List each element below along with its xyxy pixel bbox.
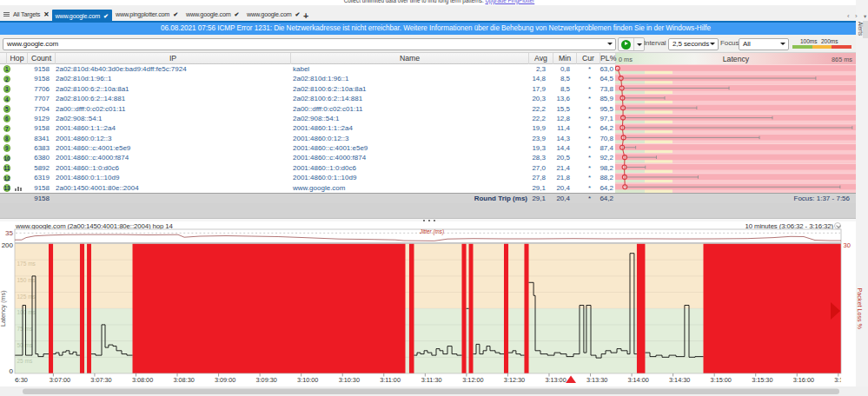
table-row[interactable]: 191582a02:810d:4b40:3d0e:bad9:4dff:fe5c:… <box>0 64 856 74</box>
start-trace-buttons[interactable] <box>618 37 645 51</box>
cell-name[interactable]: 2001:4860:0:1::10d9 <box>293 173 356 182</box>
menu-icon[interactable] <box>3 12 10 17</box>
target-input-value[interactable]: www.google.com <box>7 39 58 50</box>
tab-check-icon[interactable]: ✔ <box>235 9 240 21</box>
pane-splitter[interactable] <box>0 203 856 219</box>
cell-ip[interactable]: 2001:4860::c:4000:f874 <box>56 153 129 162</box>
table-row[interactable]: 1158922001:4860::1:0:d0c62001:4860::1:0:… <box>0 163 856 173</box>
table-row[interactable]: 963832001:4860::c:4001:e5e92001:4860::c:… <box>0 143 856 153</box>
column-header-indicator[interactable] <box>0 53 6 65</box>
y-axis-0: 0 <box>10 367 14 375</box>
tab-www-google-com[interactable]: www.google.com✔ <box>247 9 300 21</box>
play-icon[interactable] <box>621 40 631 50</box>
interval-dropdown-icon[interactable] <box>710 43 715 45</box>
focus-value[interactable]: All <box>743 39 751 50</box>
focus-select[interactable]: All <box>739 38 789 50</box>
cell-pl: 73,8 <box>591 84 613 94</box>
tab-label[interactable]: www.pingplotter.com <box>116 9 169 21</box>
cell-count: 9158 <box>24 74 50 83</box>
column-header-ip[interactable]: IP <box>55 53 290 65</box>
cell-ip[interactable]: 2a02:8100:6:2::14:881 <box>56 94 125 103</box>
cell-cur: * <box>568 123 591 133</box>
cell-name[interactable]: 2001:4860::c:4000:f874 <box>293 153 366 162</box>
new-tab-button[interactable]: + <box>303 10 308 22</box>
cell-name[interactable]: 2a02:810d:1:96::1 <box>293 74 349 83</box>
tab-close-icon[interactable]: ✕ <box>43 9 49 21</box>
cell-ip[interactable]: 2a02:908::54:1 <box>56 114 102 123</box>
alerts-tab[interactable]: Alerts <box>858 22 864 36</box>
interval-select[interactable]: 2,5 seconds <box>668 38 719 50</box>
timeline-graph[interactable]: 35Jitter (ms)175 ms150 ms125 ms100 ms75 … <box>0 228 868 396</box>
tab-all-targets[interactable]: All Targets✕ <box>13 9 50 21</box>
column-header-avg[interactable]: Avg <box>528 53 553 65</box>
cell-name[interactable]: www.google.com <box>293 183 345 193</box>
cell-ip[interactable]: 2001:4860:1:1::2a4 <box>56 123 116 133</box>
table-row[interactable]: 1063802001:4860::c:4000:f8742001:4860::c… <box>0 153 856 162</box>
icmp-error-bar: 06.08.2021 07:56 ICMP Error 1231: Die Ne… <box>0 23 856 35</box>
cell-name[interactable]: 2a02:8100:6:2::14:881 <box>293 94 362 103</box>
tab-label[interactable]: www.google.com <box>186 9 231 21</box>
focus-dropdown-icon[interactable] <box>780 43 785 45</box>
legend-warn-segment <box>812 45 832 49</box>
cell-name[interactable]: 2001:4860:0:12::3 <box>293 134 349 143</box>
tab-scroll-right-icon[interactable]: › <box>855 12 858 20</box>
tab-label[interactable]: All Targets <box>13 9 40 21</box>
table-row[interactable]: 1263192001:4860:0:1::10d92001:4860:0:1::… <box>0 173 856 182</box>
column-header-plpct[interactable]: PL% <box>600 53 615 65</box>
table-row[interactable]: 291582a02:810d:1:96::12a02:810d:1:96::11… <box>0 74 856 83</box>
tab-scroll-left-icon[interactable]: ‹ <box>847 12 850 20</box>
tab-www-google-com[interactable]: www.google.com✔ <box>186 9 239 21</box>
upgrade-link[interactable]: Upgrade PingPlotter <box>486 0 535 3</box>
interval-value[interactable]: 2,5 seconds <box>673 39 709 50</box>
cell-name[interactable]: 2001:4860::c:4001:e5e9 <box>293 143 368 153</box>
cell-ip[interactable]: 2a00::dfff:0:c02:c01:11 <box>56 104 126 114</box>
x-tick-label: 3:12:30 <box>504 376 525 384</box>
cell-name[interactable]: 2a00::dfff:0:c02:c01:11 <box>293 104 363 114</box>
target-dropdown-icon[interactable] <box>607 43 613 45</box>
tab-overflow-icon[interactable]: ▾ <box>864 13 866 20</box>
cell-name[interactable]: 2a02:908::54:1 <box>293 114 339 123</box>
table-row[interactable]: 883412001:4860:0:12::32001:4860:0:12::32… <box>0 134 856 143</box>
table-row[interactable]: 691292a02:908::54:12a02:908::54:122,212,… <box>0 114 856 123</box>
column-header-min[interactable]: Min <box>553 53 576 65</box>
graphed-hop-icon <box>15 186 23 191</box>
cell-ip[interactable]: 2001:4860::1:0:d0c6 <box>56 163 119 173</box>
column-header-count[interactable]: Count <box>27 53 55 65</box>
tab-www-pingplotter-com[interactable]: www.pingplotter.com✔ <box>116 9 178 21</box>
cell-ip[interactable]: 2a02:810d:4b40:3d0e:bad9:4dff:fe5c:7924 <box>56 64 187 74</box>
table-row[interactable]: 477072a02:8100:6:2::14:8812a02:8100:6:2:… <box>0 94 856 103</box>
cell-min: 11,4 <box>544 123 570 133</box>
cell-ip[interactable]: 2001:4860:0:1::10d9 <box>56 173 119 182</box>
cell-pl: 95,5 <box>591 104 613 114</box>
table-row[interactable]: 1391582a00:1450:4001:80e::2004www.google… <box>0 183 856 193</box>
cell-ip[interactable]: 2a02:8100:6:2::10a:8a1 <box>56 84 129 94</box>
gridline-label: 25 ms <box>17 358 33 364</box>
table-row[interactable]: 377062a02:8100:6:2::10a:8a12a02:8100:6:2… <box>0 84 856 94</box>
decoration <box>20 188 22 191</box>
cell-ip[interactable]: 2a02:810d:1:96::1 <box>56 74 112 83</box>
cell-avg: 23,9 <box>518 134 546 143</box>
tab-check-icon[interactable]: ✔ <box>173 9 178 21</box>
cell-name[interactable]: 2001:4860:1:1::2a4 <box>293 123 353 133</box>
column-header-hop[interactable]: Hop <box>6 53 27 65</box>
table-row[interactable]: 577042a00::dfff:0:c02:c01:112a00::dfff:0… <box>0 104 856 114</box>
column-header-name[interactable]: Name <box>290 53 528 65</box>
table-row[interactable]: 791582001:4860:1:1::2a42001:4860:1:1::2a… <box>0 123 856 133</box>
toolbar: www.google.com Interval 2,5 seconds Focu… <box>0 35 856 52</box>
h-scrollbar-thumb[interactable] <box>23 389 839 395</box>
tab-label[interactable]: www.google.com <box>247 9 292 21</box>
play-dropdown-icon[interactable] <box>637 43 642 46</box>
tab-check-icon[interactable]: ✔ <box>295 9 301 21</box>
cell-avg: 2,3 <box>518 64 546 74</box>
x-tick-label: 3:06:30 <box>6 376 27 384</box>
cell-name[interactable]: 2a02:8100:6:2::10a:8a1 <box>293 84 367 94</box>
cell-ip[interactable]: 2a00:1450:4001:80e::2004 <box>56 183 139 193</box>
cell-ip[interactable]: 2001:4860::c:4001:e5e9 <box>56 143 130 153</box>
cell-ip[interactable]: 2001:4860:0:12::3 <box>56 134 112 143</box>
cell-name[interactable]: kabel <box>293 64 309 74</box>
latency-column-header[interactable]: 0 ms Latency 865 ms <box>615 53 856 65</box>
target-input[interactable]: www.google.com <box>3 38 616 50</box>
column-header-cur[interactable]: Cur <box>576 53 600 65</box>
cell-name[interactable]: 2001:4860::1:0:d0c6 <box>293 163 356 173</box>
cell-min: 20,5 <box>544 153 570 162</box>
